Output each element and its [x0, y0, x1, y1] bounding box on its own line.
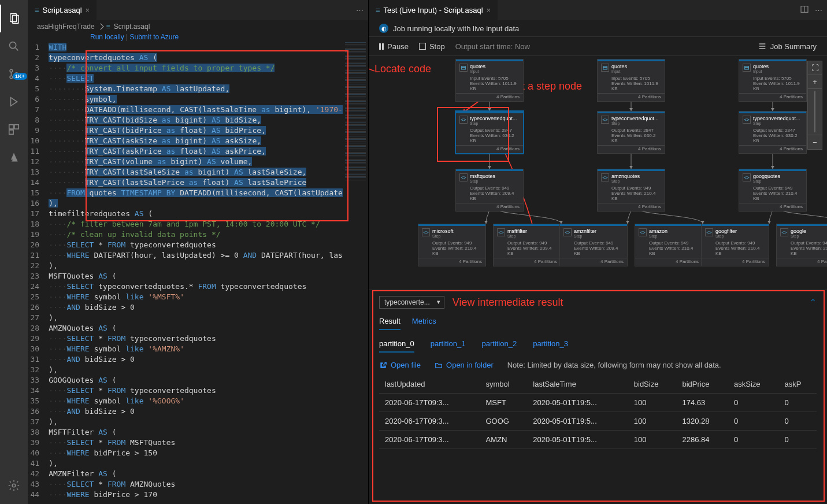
source-control-icon[interactable]	[0, 60, 28, 88]
node-type-icon: <>	[743, 116, 751, 124]
job-summary-button[interactable]: Job Summary	[758, 42, 817, 51]
annotation-text: View intermediate result	[453, 297, 563, 309]
svg-rect-8	[14, 125, 18, 129]
svg-rect-18	[603, 66, 607, 69]
tab-metrics[interactable]: Metrics	[412, 317, 436, 330]
pause-button[interactable]: Pause	[379, 42, 409, 51]
tab-result[interactable]: Result	[379, 317, 400, 330]
node-type-icon: <>	[743, 173, 751, 181]
node-type-icon: <>	[601, 116, 609, 124]
result-table: lastUpdatedsymbollastSaleTimebidSizebidP…	[379, 375, 817, 449]
test-tab[interactable]: ≡ Test (Live Input) - Script.asaql ×	[369, 0, 498, 20]
fit-icon[interactable]: ⛶	[808, 61, 822, 75]
output-start-label: Output start time: Now	[455, 42, 530, 51]
submit-azure-link[interactable]: Submit to Azure	[130, 33, 179, 41]
close-icon[interactable]: ×	[487, 6, 491, 14]
diagram-node[interactable]: quotesInput Input Events: 5705Events Wri…	[739, 59, 807, 102]
partition-tab[interactable]: partition_0	[379, 339, 414, 353]
open-folder-button[interactable]: Open in folder	[435, 361, 494, 369]
results-panel: typeconverte... View intermediate result…	[369, 290, 827, 504]
svg-point-6	[15, 73, 18, 76]
diagram-node[interactable]: quotesInput Input Events: 5705Events Wri…	[597, 59, 665, 102]
editor-panel: ≡ Script.asaql × ⋯ asaHighFreqTrade ≡ Sc…	[28, 0, 369, 504]
diagram-node[interactable]: <> typeconvertedquot...Step Output Event…	[455, 111, 524, 154]
diagram-node[interactable]: <> typeconvertedquot...Step Output Event…	[597, 111, 665, 154]
partition-tab[interactable]: partition_2	[481, 339, 517, 353]
running-icon: ◐	[379, 24, 388, 33]
node-type-icon: <>	[497, 228, 505, 236]
col-header: lastSaleTime	[527, 375, 628, 394]
editor-tab[interactable]: ≡ Script.asaql ×	[28, 0, 97, 20]
node-type-icon: <>	[459, 116, 468, 124]
diagram-node[interactable]: <> googfilterStep Output Events: 949Even…	[701, 224, 769, 266]
editor-tab-bar: ≡ Script.asaql × ⋯	[28, 0, 368, 20]
azure-icon[interactable]	[0, 143, 28, 171]
settings-gear-icon[interactable]	[0, 472, 28, 499]
diagram-node[interactable]: <> microsoftStep Output Events: 949Event…	[418, 224, 486, 266]
code-area[interactable]: WITHtypeconvertedquotes AS (····/* conve…	[49, 41, 343, 504]
diagram-node[interactable]: quotesInput Input Events: 5705Events Wri…	[455, 59, 524, 102]
job-diagram[interactable]: Locate code Select a step node quotesInp…	[369, 56, 827, 290]
test-tab-bar: ≡ Test (Live Input) - Script.asaql × ⋯	[369, 0, 827, 20]
partition-tab[interactable]: partition_3	[533, 339, 568, 353]
step-dropdown[interactable]: typeconverte...	[379, 296, 444, 309]
diagram-node[interactable]: <> amazonStep Output Events: 949Events W…	[635, 224, 703, 266]
breadcrumb[interactable]: asaHighFreqTrade ≡ Script.asaql	[28, 20, 368, 33]
svg-point-10	[12, 484, 16, 487]
minimap[interactable]	[343, 41, 368, 504]
annotation-text: Locate code	[374, 63, 431, 75]
zoom-out-icon[interactable]: −	[808, 135, 822, 149]
collapse-icon[interactable]: ⌃	[809, 297, 817, 308]
col-header: askSize	[728, 375, 779, 394]
partition-tab[interactable]: partition_1	[431, 339, 466, 353]
node-type-icon	[601, 64, 609, 72]
run-locally-link[interactable]: Run locally	[90, 33, 124, 41]
svg-line-3	[16, 48, 18, 51]
svg-rect-9	[9, 130, 13, 134]
node-type-icon: <>	[459, 173, 468, 181]
test-panel: ≡ Test (Live Input) - Script.asaql × ⋯ ◐…	[369, 0, 827, 504]
open-file-button[interactable]: Open file	[379, 361, 421, 369]
code-editor[interactable]: 1234567891011121314151617181920212223242…	[28, 41, 368, 504]
more-icon[interactable]: ⋯	[815, 6, 822, 14]
node-type-icon: <>	[639, 228, 647, 236]
diagram-node[interactable]: <> googquotesStep Output Events: 949Even…	[739, 169, 807, 212]
extensions-icon[interactable]	[0, 116, 28, 143]
zoom-slider[interactable]	[808, 89, 822, 135]
status-line: ◐ Job running locally with live input da…	[369, 20, 827, 36]
results-note: Note: Limited by data size, following fo…	[507, 361, 721, 369]
node-type-icon: <>	[601, 173, 609, 181]
diagram-node[interactable]: <> msftfilterStep Output Events: 949Even…	[493, 224, 561, 266]
tab-more-icon[interactable]: ⋯	[356, 6, 364, 14]
run-debug-icon[interactable]	[0, 88, 28, 116]
close-icon[interactable]: ×	[86, 6, 90, 14]
svg-rect-16	[462, 66, 466, 69]
stop-button[interactable]: Stop	[419, 42, 445, 51]
file-icon: ≡	[35, 6, 39, 14]
diagram-node[interactable]: <> typeconvertedquot...Step Output Event…	[739, 111, 807, 154]
chevron-right-icon	[97, 23, 103, 29]
explorer-icon[interactable]	[0, 5, 28, 32]
result-tabs: Result Metrics	[379, 317, 817, 330]
test-toolbar: Pause Stop Output start time: Now Job Su…	[369, 36, 827, 56]
file-icon: ≡	[376, 6, 380, 14]
diagram-node[interactable]: <> amznquotesStep Output Events: 949Even…	[597, 169, 665, 212]
table-row: 2020-06-17T09:3...AMZN2020-05-01T19:5...…	[379, 431, 817, 449]
zoom-controls[interactable]: ⛶ + −	[807, 61, 822, 150]
zoom-in-icon[interactable]: +	[808, 75, 822, 89]
diagram-node[interactable]: <> googleStep Output Events: 949Events W…	[776, 224, 827, 266]
svg-rect-20	[745, 66, 749, 69]
diagram-node[interactable]: <> amznfilterStep Output Events: 949Even…	[559, 224, 628, 266]
col-header: bidPrice	[676, 375, 728, 394]
tab-label: Script.asaql	[43, 6, 82, 14]
col-header: lastUpdated	[379, 375, 480, 394]
diagram-node[interactable]: <> msftquotesStep Output Events: 949Even…	[455, 169, 524, 212]
search-icon[interactable]	[0, 32, 28, 60]
svg-point-4	[10, 69, 13, 72]
table-row: 2020-06-17T09:3...MSFT2020-05-01T19:5...…	[379, 394, 817, 412]
table-row: 2020-06-17T09:3...GOOG2020-05-01T19:5...…	[379, 412, 817, 431]
node-type-icon	[743, 64, 751, 72]
svg-point-2	[10, 42, 16, 49]
split-editor-icon[interactable]	[800, 5, 809, 16]
code-lens: Run locally | Submit to Azure	[28, 33, 368, 41]
